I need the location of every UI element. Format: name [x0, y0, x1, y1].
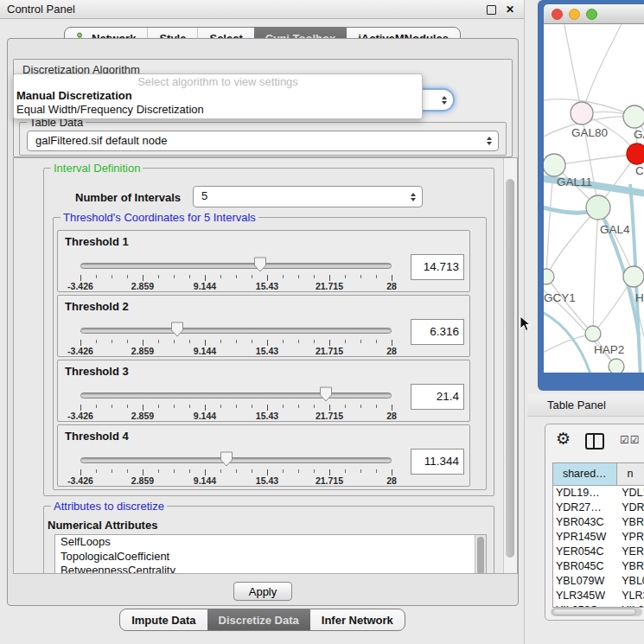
algorithm-dropdown-popup: Select algorithm to view settings Manual…	[13, 73, 423, 119]
threshold-value-field[interactable]: 11.344	[411, 449, 464, 475]
tick-mark	[112, 275, 112, 278]
table-cell-name[interactable]: YDL1	[617, 486, 644, 501]
table-cell-shared-name[interactable]: YBR043C	[553, 515, 617, 530]
tab-discretize-data[interactable]: Discretize Data	[207, 609, 310, 630]
table-cell-shared-name[interactable]: YPR145W	[553, 530, 617, 545]
tick-mark	[205, 340, 206, 346]
table-cell-shared-name[interactable]: YLR345W	[553, 589, 617, 603]
close-icon[interactable]: ✕	[506, 5, 514, 14]
tick-mark	[158, 405, 159, 408]
node-label: GAL4	[600, 223, 630, 236]
column-header-shared-name[interactable]: shared…	[553, 463, 617, 486]
threshold-slider-track[interactable]	[80, 392, 392, 399]
node-gal4[interactable]	[586, 195, 610, 220]
threshold-slider-track[interactable]	[80, 263, 392, 269]
node-gcy1[interactable]	[544, 269, 554, 284]
tick-mark	[283, 275, 284, 278]
tick-mark	[174, 405, 175, 408]
node-right[interactable]	[623, 266, 644, 287]
tick-mark	[220, 275, 221, 278]
tick-label: 2.859	[121, 475, 164, 486]
tick-mark	[205, 469, 206, 475]
settings-scrollbar[interactable]	[503, 158, 517, 573]
node-hap2[interactable]	[585, 326, 601, 341]
table-row[interactable]: YDR27…YDR2	[553, 501, 644, 515]
table-data-selected-value: galFiltered.sif default node	[35, 134, 167, 147]
threshold-slider-thumb[interactable]	[170, 322, 184, 337]
gear-icon[interactable]: ⚙	[556, 430, 571, 448]
numerical-attributes-label: Numerical Attributes	[48, 519, 157, 532]
table-cell-shared-name[interactable]: YER054C	[553, 545, 617, 559]
attribute-list-item[interactable]: TopologicalCoefficient	[55, 550, 486, 564]
table-row[interactable]: YBR043CYBR0	[553, 515, 644, 530]
node-bottom[interactable]	[609, 359, 624, 373]
node-label: GAL80	[571, 126, 608, 139]
table-row[interactable]: YER054CYER0	[553, 545, 644, 559]
table-data-select[interactable]: galFiltered.sif default node	[27, 131, 499, 151]
float-window-icon[interactable]	[487, 5, 496, 15]
node-red[interactable]	[627, 143, 644, 164]
traffic-light-minimize-icon[interactable]	[569, 9, 580, 20]
tick-mark	[360, 340, 361, 343]
table-cell-name[interactable]: YLR3	[617, 589, 644, 603]
table-cell-name[interactable]: YBR0	[617, 515, 644, 530]
threshold-slider-thumb[interactable]	[253, 257, 267, 272]
select-columns-icon[interactable]: ☑☑	[620, 434, 641, 446]
threshold-value-field[interactable]: 21.4	[411, 384, 464, 410]
tick-mark	[283, 340, 284, 343]
table-cell-name[interactable]: YPR1	[617, 530, 644, 545]
split-columns-icon[interactable]	[585, 433, 604, 450]
threshold-slider-thumb[interactable]	[319, 386, 333, 402]
network-canvas[interactable]: GAL80GACGAL11GAL4GCY1HHAP2	[544, 24, 644, 373]
tick-label: 21.715	[308, 346, 351, 356]
tick-mark	[252, 469, 252, 473]
attribute-list-item[interactable]: BetweennessCentrality	[55, 564, 486, 574]
threshold-slider-thumb[interactable]	[220, 451, 233, 467]
tick-label: 21.715	[308, 411, 351, 421]
table-cell-shared-name[interactable]: YDR27…	[553, 501, 617, 515]
column-header-name[interactable]: n	[617, 463, 644, 486]
tick-mark	[267, 275, 268, 281]
table-row[interactable]: YBR045CYBR0	[553, 559, 644, 574]
dropdown-option-equal-width-frequency[interactable]: Equal Width/Frequency Discretization	[14, 103, 422, 117]
list-scrollbar[interactable]	[475, 535, 486, 574]
node-pink[interactable]	[571, 102, 593, 124]
tab-infer-network[interactable]: Infer Network	[310, 609, 405, 630]
node-green-left[interactable]	[544, 154, 565, 176]
threshold-value-field[interactable]: 14.713	[411, 254, 464, 280]
node-label: HAP2	[594, 343, 624, 356]
tick-mark	[298, 469, 299, 473]
table-row[interactable]: YDL19…YDL1	[553, 486, 644, 501]
threshold-label: Threshold 4	[65, 430, 129, 443]
table-cell-shared-name[interactable]: YBL079W	[553, 574, 617, 589]
traffic-light-zoom-icon[interactable]	[586, 9, 597, 20]
threshold-slider-track[interactable]	[80, 328, 392, 334]
number-of-intervals-select[interactable]: 5	[193, 186, 423, 207]
table-row[interactable]: YLR345WYLR3	[553, 589, 644, 603]
node-table: shared… n YDL19…YDL1YDR27…YDR2YBR043CYBR…	[552, 462, 644, 608]
table-row[interactable]: YPR145WYPR1	[553, 530, 644, 545]
traffic-light-close-icon[interactable]	[552, 9, 563, 20]
table-cell-shared-name[interactable]: YBR045C	[553, 559, 617, 574]
threshold-slider-track[interactable]	[80, 457, 392, 463]
table-cell-name[interactable]: YDR2	[617, 501, 644, 515]
table-horizontal-scrollbar[interactable]	[551, 608, 642, 616]
threshold-value-field[interactable]: 6.316	[411, 319, 464, 345]
window-title: Control Panel	[7, 3, 75, 16]
dropdown-placeholder-option[interactable]: Select algorithm to view settings	[14, 74, 422, 89]
apply-button[interactable]: Apply	[233, 582, 292, 601]
tab-label: Impute Data	[131, 614, 195, 627]
table-cell-name[interactable]: YBR0	[617, 559, 644, 574]
tick-mark	[329, 469, 330, 475]
table-cell-shared-name[interactable]: YDL19…	[553, 486, 617, 501]
table-cell-name[interactable]: YER0	[617, 545, 644, 559]
tick-mark	[267, 405, 268, 411]
tab-impute-data[interactable]: Impute Data	[120, 609, 207, 630]
table-cell-name[interactable]: YBL0	[617, 574, 644, 589]
tick-label: 9.144	[183, 281, 226, 291]
table-row[interactable]: YBL079WYBL0	[553, 574, 644, 589]
tick-mark	[236, 275, 237, 278]
node-green-top[interactable]	[623, 105, 644, 128]
attribute-list-item[interactable]: SelfLoops	[55, 535, 486, 550]
dropdown-option-manual-discretization[interactable]: Manual Discretization	[14, 89, 422, 103]
